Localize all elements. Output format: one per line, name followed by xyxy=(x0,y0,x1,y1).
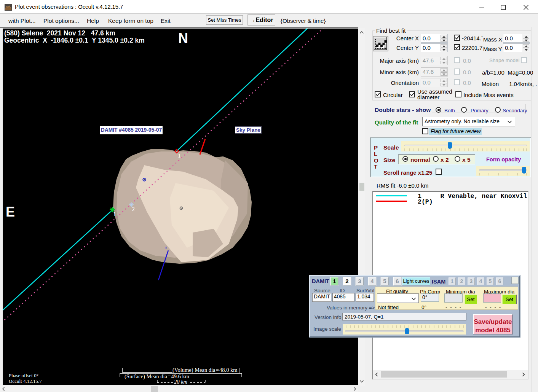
svg-text:s: s xyxy=(165,245,167,249)
